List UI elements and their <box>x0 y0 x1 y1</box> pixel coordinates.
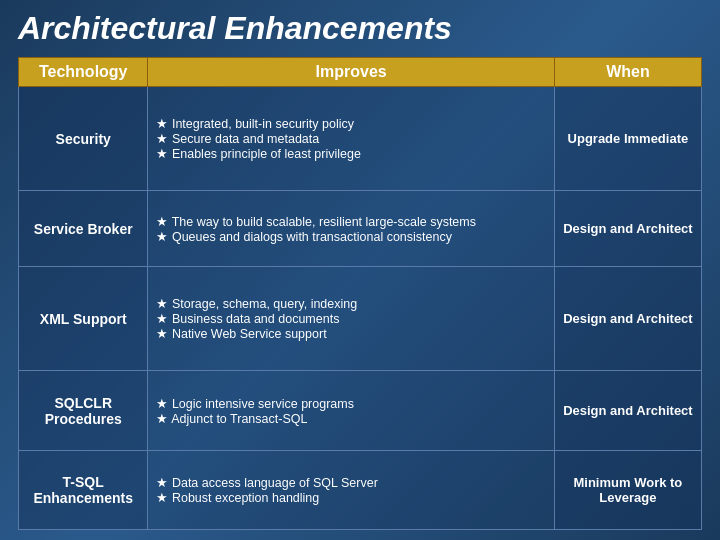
when-cell-3: Design and Architect <box>554 371 701 450</box>
improves-item: ★ Business data and documents <box>156 311 545 326</box>
col-header-improves: Improves <box>148 58 554 87</box>
improves-cell-2: ★ Storage, schema, query, indexing★ Busi… <box>148 266 554 370</box>
improves-cell-1: ★ The way to build scalable, resilient l… <box>148 191 554 266</box>
improves-item: ★ Storage, schema, query, indexing <box>156 296 545 311</box>
improves-item: ★ Native Web Service support <box>156 326 545 341</box>
tech-cell-4: T-SQL Enhancements <box>19 450 148 529</box>
tech-cell-2: XML Support <box>19 266 148 370</box>
improves-item: ★ Adjunct to Transact-SQL <box>156 411 545 426</box>
tech-cell-3: SQLCLR Procedures <box>19 371 148 450</box>
when-cell-0: Upgrade Immediate <box>554 87 701 191</box>
improves-cell-4: ★ Data access language of SQL Server★ Ro… <box>148 450 554 529</box>
improves-item: ★ Logic intensive service programs <box>156 396 545 411</box>
col-header-when: When <box>554 58 701 87</box>
when-cell-4: Minimum Work to Leverage <box>554 450 701 529</box>
page-title: Architectural Enhancements <box>18 10 702 47</box>
when-cell-1: Design and Architect <box>554 191 701 266</box>
improves-item: ★ Queues and dialogs with transactional … <box>156 229 545 244</box>
improves-item: ★ Integrated, built-in security policy <box>156 116 545 131</box>
col-header-technology: Technology <box>19 58 148 87</box>
main-table: Technology Improves When Security★ Integ… <box>18 57 702 530</box>
tech-cell-0: Security <box>19 87 148 191</box>
tech-cell-1: Service Broker <box>19 191 148 266</box>
improves-item: ★ Data access language of SQL Server <box>156 475 545 490</box>
improves-item: ★ Enables principle of least privilege <box>156 146 545 161</box>
page: Architectural Enhancements Technology Im… <box>0 0 720 540</box>
improves-item: ★ Secure data and metadata <box>156 131 545 146</box>
improves-cell-0: ★ Integrated, built-in security policy★ … <box>148 87 554 191</box>
improves-item: ★ The way to build scalable, resilient l… <box>156 214 545 229</box>
improves-cell-3: ★ Logic intensive service programs★ Adju… <box>148 371 554 450</box>
improves-item: ★ Robust exception handling <box>156 490 545 505</box>
when-cell-2: Design and Architect <box>554 266 701 370</box>
